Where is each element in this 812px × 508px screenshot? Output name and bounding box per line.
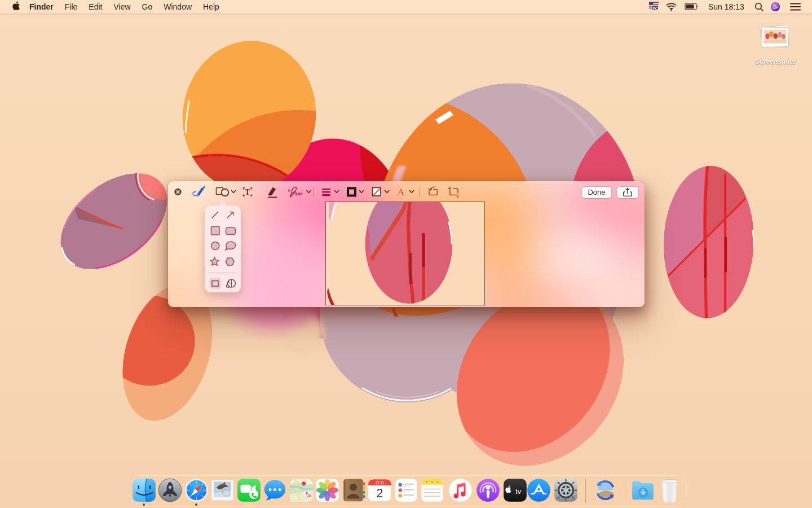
svg-text:2: 2 (376, 487, 383, 500)
svg-text:tv: tv (515, 487, 522, 496)
svg-text:FEB: FEB (376, 480, 384, 485)
svg-text:A: A (398, 187, 405, 198)
svg-text:3D: 3D (307, 494, 311, 497)
svg-text:Sun 18:13: Sun 18:13 (708, 2, 744, 11)
svg-text:PC: PC (653, 7, 658, 10)
svg-text:T: T (245, 188, 250, 196)
